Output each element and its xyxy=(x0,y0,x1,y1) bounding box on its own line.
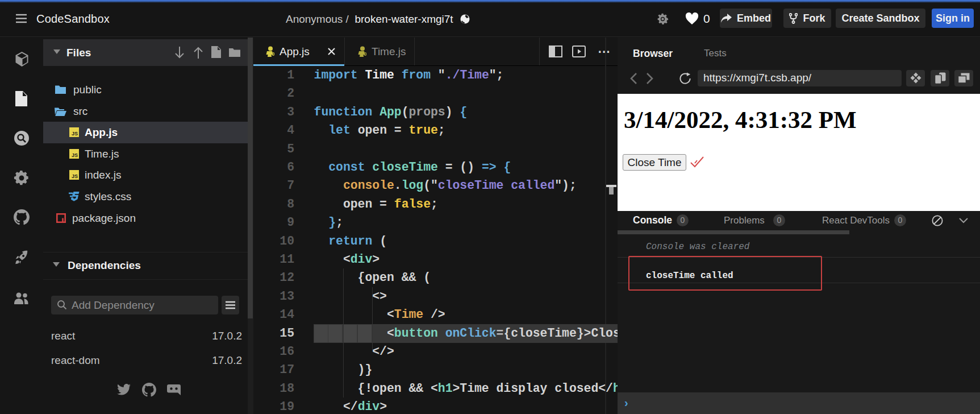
svg-text:JS: JS xyxy=(72,131,78,136)
svg-text:JS: JS xyxy=(72,152,78,158)
svg-text:JS: JS xyxy=(72,173,78,179)
